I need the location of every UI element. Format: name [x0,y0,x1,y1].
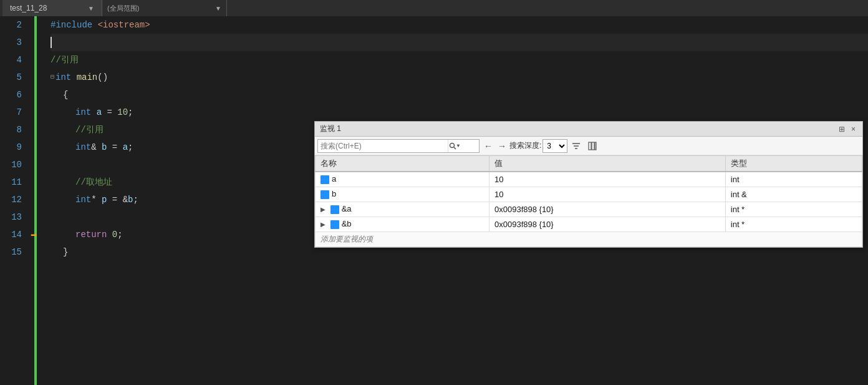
columns-icon-btn[interactable] [585,139,600,153]
columns-icon [588,142,597,150]
svg-point-0 [450,143,454,147]
scope-dropdown[interactable]: (全局范围) ▼ [102,0,227,16]
var-icon-b [321,190,329,199]
current-line-arrow: ➡ [31,227,37,245]
editor-body: 2 3 4 5 6 7 8 9 10 11 12 13 14 15 #inclu… [0,16,868,385]
code-line-7: int a = 10; [51,104,868,121]
search-icon [449,142,456,150]
nav-forward-arrow[interactable]: → [496,141,508,151]
watch-cell-type-a: int [725,172,862,187]
watch-nav: ← → 搜索深度: 3 1 2 4 5 [482,139,600,153]
line-num-2: 2 [0,16,28,34]
watch-cell-type-addr-a: int * [725,202,862,217]
depth-label: 搜索深度: [509,140,541,151]
line-num-11: 11 [0,173,28,191]
svg-rect-5 [589,142,591,150]
watch-cell-name-addr-b: ▶ &b [316,217,489,231]
watch-table-header: 名称 值 类型 [316,156,862,172]
svg-rect-6 [592,142,594,150]
watch-cell-name-b: b [316,187,489,202]
line-num-4: 4 [0,51,28,69]
watch-cell-val-addr-b[interactable]: 0x0093f898 {10} [489,217,725,231]
line-num-13: 13 [0,208,28,226]
code-line-2: #include <iostream> [51,16,868,34]
file-tab[interactable]: test_11_28 ▼ [2,0,102,16]
editor-container: test_11_28 ▼ (全局范围) ▼ 2 3 4 5 6 7 8 9 10… [0,0,868,385]
watch-close-button[interactable]: × [849,125,857,134]
line-num-8: 8 [0,121,28,139]
tab-label: test_11_28 [10,4,47,12]
code-line-6: { [51,86,868,104]
line-num-3: 3 [0,34,28,51]
watch-cell-type-b: int & [725,187,862,202]
code-line-4: //引用 [51,51,868,69]
watch-titlebar: 监视 1 ⊞ × [315,122,862,137]
watch-cell-val-b[interactable]: 10 [489,187,725,202]
watch-cell-name-a: a [316,172,489,187]
watch-cell-name-addr-a: ▶ &a [316,202,489,217]
watch-cell-val-a[interactable]: 10 [489,172,725,187]
watch-cell-type-addr-b: int * [725,217,862,231]
watch-toolbar: ▼ ← → 搜索深度: 3 1 2 4 5 [315,137,862,155]
line-num-6: 6 [0,86,28,104]
col-header-name: 名称 [316,156,489,172]
expand-addr-a[interactable]: ▶ [321,206,328,213]
watch-row-addr-a[interactable]: ▶ &a 0x0093f898 {10} int * [316,202,862,217]
nav-back-arrow[interactable]: ← [482,141,494,151]
watch-pin-button[interactable]: ⊞ [837,125,847,134]
watch-row-addr-b[interactable]: ▶ &b 0x0093f898 {10} int * [316,217,862,231]
watch-search-input[interactable] [321,142,445,150]
green-bar [34,16,37,385]
var-icon-a [321,175,329,184]
watch-row-b[interactable]: b 10 int & [316,187,862,202]
depth-select[interactable]: 3 1 2 4 5 [542,139,567,153]
var-icon-addr-b [330,220,339,229]
title-bar: test_11_28 ▼ (全局范围) ▼ [0,0,868,16]
line-num-7: 7 [0,104,28,121]
dropdown-arrow-icon[interactable]: ▼ [215,5,221,12]
code-line-3 [51,34,868,51]
expand-addr-b[interactable]: ▶ [321,221,328,228]
collapse-btn-5[interactable]: ⊟ [51,69,54,86]
code-line-5: ⊟int main() [51,69,868,86]
gutter [34,16,44,385]
watch-panel: 监视 1 ⊞ × ▼ ← → [314,121,863,248]
watch-title: 监视 1 [320,124,834,134]
line-numbers: 2 3 4 5 6 7 8 9 10 11 12 13 14 15 [0,16,34,385]
line-num-10: 10 [0,156,28,173]
line-num-12: 12 [0,191,28,208]
line-num-15: 15 [0,243,28,261]
watch-cell-add[interactable]: 添加要监视的项 [316,231,862,246]
svg-rect-7 [595,142,596,150]
watch-cell-val-addr-a[interactable]: 0x0093f898 {10} [489,202,725,217]
watch-search-box[interactable]: ▼ [317,139,480,153]
line-num-14: 14 [0,226,28,243]
svg-line-1 [454,147,456,149]
line-num-5: 5 [0,69,28,86]
filter-icon [572,142,581,150]
tab-arrow-icon[interactable]: ▼ [88,5,94,12]
watch-row-add[interactable]: 添加要监视的项 [316,231,862,246]
watch-row-a[interactable]: a 10 int [316,172,862,187]
search-icon-btn[interactable]: ▼ [448,140,460,152]
scope-label: (全局范围) [107,4,139,13]
watch-table: 名称 值 类型 a 10 int [315,155,862,247]
filter-icon-btn[interactable] [569,139,584,153]
col-header-type: 类型 [725,156,862,172]
line-num-9: 9 [0,139,28,156]
var-icon-addr-a [330,205,339,214]
search-dropdown-arrow[interactable]: ▼ [457,143,460,149]
col-header-value: 值 [489,156,725,172]
